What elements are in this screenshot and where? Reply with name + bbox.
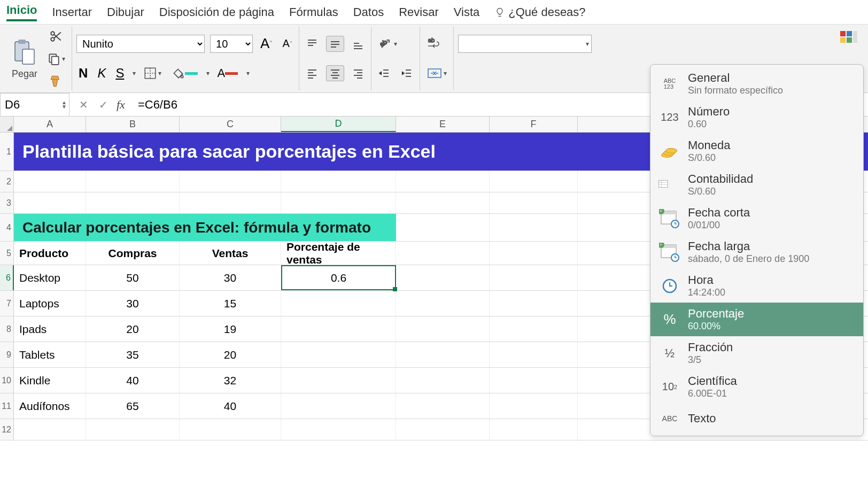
col-header-d[interactable]: D (281, 117, 396, 132)
header-porcentaje[interactable]: Porcentaje de ventas (281, 242, 396, 265)
number-format-combo[interactable]: ▾ (458, 35, 592, 53)
cell-b6[interactable]: 50 (86, 265, 180, 290)
cell-b10[interactable]: 40 (86, 368, 180, 393)
cell-d6[interactable]: 0.6 (281, 265, 396, 290)
italic-button[interactable]: K (95, 65, 108, 82)
underline-button[interactable]: S (113, 65, 126, 82)
font-name-select[interactable]: Nunito (76, 35, 205, 53)
row-header-8[interactable]: 8 (0, 316, 14, 342)
decrease-indent-button[interactable] (376, 66, 393, 81)
align-left-button[interactable] (304, 66, 321, 81)
col-header-a[interactable]: A (14, 117, 86, 132)
fx-icon[interactable]: fx (117, 98, 125, 112)
cell-d10[interactable] (281, 368, 396, 393)
font-color-button[interactable]: A (215, 65, 240, 81)
name-box[interactable]: D6 ▲▼ (0, 93, 69, 117)
borders-button[interactable]: ▾ (141, 65, 164, 81)
cell-b9[interactable]: 35 (86, 342, 180, 367)
row-header-11[interactable]: 11 (0, 393, 14, 419)
cell-a6[interactable]: Desktop (14, 265, 86, 290)
decrease-font-button[interactable]: A˅ (280, 36, 294, 51)
paste-button[interactable]: Pegar (7, 35, 42, 82)
row-header-10[interactable]: 10 (0, 368, 14, 393)
format-porcentaje[interactable]: % Porcentaje60.00% (650, 303, 863, 336)
format-painter-button[interactable] (45, 73, 67, 89)
tell-me[interactable]: ¿Qué deseas? (494, 5, 585, 19)
bold-button[interactable]: N (76, 65, 90, 82)
row-header-2[interactable]: 2 (0, 171, 14, 192)
menu-formulas[interactable]: Fórmulas (289, 5, 338, 19)
cell-a8[interactable]: Ipads (14, 316, 86, 342)
copy-button[interactable]: ▾ (45, 51, 67, 67)
menu-disposicion[interactable]: Disposición de página (159, 5, 274, 19)
header-compras[interactable]: Compras (86, 242, 180, 265)
cell-c6[interactable]: 30 (180, 265, 281, 290)
align-right-button[interactable] (350, 66, 367, 81)
align-middle-button[interactable] (326, 36, 344, 52)
format-moneda[interactable]: MonedaS/0.60 (650, 134, 863, 168)
select-all-corner[interactable] (0, 117, 14, 132)
format-general[interactable]: ABC123 GeneralSin formato específico (650, 67, 863, 100)
row-header-12[interactable]: 12 (0, 419, 14, 440)
increase-font-button[interactable]: A˄ (258, 34, 275, 53)
format-fraccion[interactable]: ½ Fracción3/5 (650, 336, 863, 370)
cell-a9[interactable]: Tablets (14, 342, 86, 367)
header-producto[interactable]: Producto (14, 242, 86, 265)
align-bottom-button[interactable] (350, 36, 367, 51)
conditional-formatting-button[interactable] (837, 29, 861, 50)
format-fecha-larga[interactable]: + Fecha largasábado, 0 de Enero de 1900 (650, 235, 863, 269)
row-header-1[interactable]: 1 (0, 133, 14, 171)
cell-b11[interactable]: 65 (86, 393, 180, 419)
menu-vista[interactable]: Vista (454, 5, 480, 19)
menu-dibujar[interactable]: Dibujar (107, 5, 144, 19)
orientation-button[interactable]: ab▾ (376, 35, 399, 52)
cancel-formula-button[interactable]: ✕ (77, 97, 90, 112)
cell-c11[interactable]: 40 (180, 393, 281, 419)
cell-b8[interactable]: 20 (86, 316, 180, 342)
col-header-b[interactable]: B (86, 117, 180, 132)
menu-insertar[interactable]: Insertar (52, 5, 92, 19)
cell-c10[interactable]: 32 (180, 368, 281, 393)
align-top-button[interactable] (304, 36, 321, 51)
percent-icon: % (658, 309, 681, 330)
row-header-4[interactable]: 4 (0, 214, 14, 241)
wrap-text-button[interactable]: ab (424, 35, 445, 52)
row-header-3[interactable]: 3 (0, 192, 14, 213)
format-cientifica[interactable]: 102 Científica6.00E-01 (650, 370, 863, 404)
cut-button[interactable] (45, 28, 67, 44)
header-ventas[interactable]: Ventas (180, 242, 281, 265)
row-header-9[interactable]: 9 (0, 342, 14, 367)
cell-c7[interactable]: 15 (180, 291, 281, 316)
format-texto[interactable]: ABC Texto (650, 404, 863, 434)
merge-button[interactable]: ▾ (424, 65, 449, 81)
menu-datos[interactable]: Datos (353, 5, 384, 19)
cell-a11[interactable]: Audífonos (14, 393, 86, 419)
cell-d11[interactable] (281, 393, 396, 419)
col-header-e[interactable]: E (396, 117, 490, 132)
cell-c9[interactable]: 20 (180, 342, 281, 367)
menu-revisar[interactable]: Revisar (399, 5, 439, 19)
align-center-button[interactable] (326, 65, 344, 81)
col-header-c[interactable]: C (180, 117, 281, 132)
fill-color-button[interactable] (169, 65, 200, 81)
format-hora[interactable]: Hora14:24:00 (650, 269, 863, 303)
row-header-5[interactable]: 5 (0, 242, 14, 265)
increase-indent-button[interactable] (398, 66, 415, 81)
menu-inicio[interactable]: Inicio (6, 3, 37, 21)
name-box-stepper[interactable]: ▲▼ (61, 100, 67, 109)
accept-formula-button[interactable]: ✓ (97, 97, 110, 112)
format-fecha-corta[interactable]: + Fecha corta0/01/00 (650, 202, 863, 235)
cell-a7[interactable]: Laptops (14, 291, 86, 316)
cell-c8[interactable]: 19 (180, 316, 281, 342)
row-header-6[interactable]: 6 (0, 265, 14, 290)
format-numero[interactable]: 123 Número0.60 (650, 100, 863, 134)
cell-a10[interactable]: Kindle (14, 368, 86, 393)
cell-d7[interactable] (281, 291, 396, 316)
font-size-select[interactable]: 10 (210, 35, 253, 53)
format-contabilidad[interactable]: ContabilidadS/0.60 (650, 168, 863, 202)
cell-b7[interactable]: 30 (86, 291, 180, 316)
cell-d9[interactable] (281, 342, 396, 367)
cell-d8[interactable] (281, 316, 396, 342)
row-header-7[interactable]: 7 (0, 291, 14, 316)
col-header-f[interactable]: F (490, 117, 578, 132)
